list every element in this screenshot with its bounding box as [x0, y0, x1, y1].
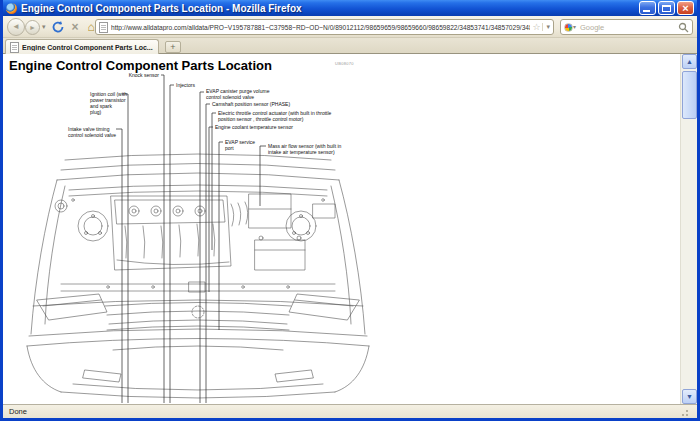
search-icon[interactable]	[678, 22, 689, 33]
scroll-down-button[interactable]: ▼	[682, 389, 697, 404]
car-body-art	[27, 154, 369, 398]
leader-evap-service-port	[219, 142, 223, 330]
maximize-button[interactable]	[658, 1, 675, 15]
leader-engine-coolant-temp-sensor	[209, 127, 213, 292]
back-button[interactable]: ◄	[7, 18, 25, 36]
diagram-labels: Knock sensor Injectors EVAP canister pur…	[68, 72, 342, 155]
label-knock-sensor: Knock sensor	[129, 72, 160, 78]
new-tab-button[interactable]: +	[165, 41, 181, 53]
refresh-icon	[51, 20, 65, 34]
scroll-up-button[interactable]: ▲	[682, 54, 697, 69]
stop-button[interactable]: ×	[67, 18, 83, 36]
resize-grip[interactable]	[681, 407, 691, 417]
vertical-scrollbar[interactable]: ▲ ▼	[680, 54, 697, 404]
history-dropdown-icon[interactable]: ▾	[42, 18, 46, 36]
url-bar[interactable]: http://www.alldatapro.com/alldata/PRO~V1…	[95, 19, 554, 35]
leader-ignition-coil	[122, 94, 128, 403]
leader-camshaft-position-sensor	[206, 104, 210, 403]
leader-mass-air-flow-sensor	[260, 146, 266, 206]
label-injectors: Injectors	[176, 82, 195, 88]
label-camshaft-position-sensor: Camshaft position sensor (PHASE)	[212, 101, 290, 107]
refresh-button[interactable]	[51, 20, 65, 38]
page-content: Engine Control Component Parts Location …	[3, 54, 680, 404]
leader-intake-valve-timing	[116, 129, 122, 403]
leader-injectors	[170, 85, 174, 403]
tab-label: Engine Control Component Parts Loc...	[22, 44, 153, 51]
tab-engine-control[interactable]: Engine Control Component Parts Loc...	[5, 39, 159, 54]
page-icon	[99, 22, 108, 33]
label-intake-valve-timing-2: control solenoid valve	[68, 132, 116, 138]
search-box[interactable]: ▾ Google	[560, 19, 693, 35]
minimize-button[interactable]	[639, 1, 656, 15]
scrollbar-thumb[interactable]	[682, 71, 697, 119]
leader-evap-canister-purge	[200, 92, 204, 403]
firefox-icon	[6, 3, 17, 14]
maximize-icon	[662, 5, 671, 12]
window-title: Engine Control Component Parts Location …	[21, 3, 302, 14]
browser-window: Engine Control Component Parts Location …	[0, 0, 700, 421]
close-icon: ×	[678, 2, 693, 14]
label-ignition-coil-4: plug)	[90, 109, 101, 115]
google-icon	[564, 23, 573, 32]
navigation-toolbar: ◄ ► ▾ × ⌂ http://www.alldatapro.com/alld…	[3, 16, 697, 38]
label-mass-air-flow-sensor-2: intake air temperature sensor)	[268, 149, 335, 155]
label-evap-canister-purge-2: control solenoid valve	[206, 94, 254, 100]
url-text[interactable]: http://www.alldatapro.com/alldata/PRO~V1…	[111, 24, 530, 31]
label-engine-coolant-temp-sensor: Engine coolant temperature sensor	[215, 124, 293, 130]
tab-bar: Engine Control Component Parts Loc... +	[3, 38, 697, 54]
bookmark-star-icon[interactable]: ☆	[532, 22, 540, 32]
url-dropdown-icon[interactable]: ▾	[542, 23, 550, 31]
label-electric-throttle-actuator-2: position sensor , throttle control motor…	[218, 116, 304, 122]
status-bar: Done	[3, 404, 697, 418]
engine-bay-art	[55, 191, 335, 292]
minimize-icon	[643, 10, 650, 12]
search-engine-dropdown-icon[interactable]: ▾	[573, 18, 576, 36]
title-bar: Engine Control Component Parts Location …	[3, 0, 697, 16]
status-text: Done	[9, 407, 27, 416]
tab-page-icon	[10, 42, 19, 53]
search-input[interactable]: Google	[580, 23, 678, 32]
engine-diagram: Knock sensor Injectors EVAP canister pur…	[3, 54, 680, 404]
forward-button[interactable]: ►	[25, 20, 40, 35]
close-button[interactable]: ×	[677, 1, 694, 15]
label-evap-service-port-2: port	[225, 145, 234, 151]
